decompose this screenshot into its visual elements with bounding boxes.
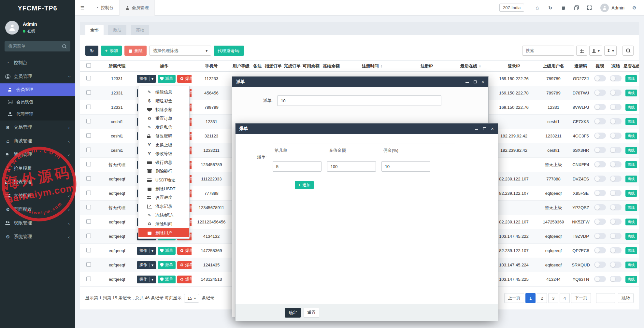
withdraw-toggle[interactable] [594,176,606,182]
avatar[interactable] [600,4,609,12]
advanced-search-button[interactable] [623,46,634,56]
row-burst-button[interactable]: 爆单 [177,276,192,283]
dropdown-item[interactable]: 扣除余额 [138,105,189,114]
column-header[interactable]: 注册时间 [342,61,402,72]
dropdown-item[interactable]: 清除时间 [138,220,189,228]
row-checkbox[interactable] [86,248,91,252]
sidebar-item-page-config[interactable]: 页面配置‹ [0,203,75,216]
dispatch-count-input[interactable] [277,95,441,106]
withdraw-toggle[interactable] [594,90,606,96]
row-burst-button[interactable]: 爆单 [177,75,192,83]
freeze-toggle[interactable] [610,204,622,210]
withdraw-toggle[interactable] [594,190,606,196]
column-header[interactable]: 所属代理 [97,61,137,72]
burst-commission-input[interactable] [381,161,430,172]
export-button[interactable] [604,46,617,56]
column-header[interactable]: 邀请码 [569,61,592,72]
toggle-view-button[interactable] [576,46,587,56]
sidebar-item-payment-config[interactable]: 支付配置‹ [0,189,75,203]
sidebar-item-permission[interactable]: 权限管理‹ [0,216,75,230]
line-select-badge[interactable]: 207-India [499,4,524,12]
agent-invite-code-button[interactable]: 代理邀请码: [214,46,244,56]
home-icon[interactable] [531,5,544,10]
dropdown-item[interactable]: 银行信息 [138,158,189,167]
freeze-toggle[interactable] [610,133,622,139]
row-checkbox[interactable] [86,148,91,152]
freeze-toggle[interactable] [610,233,622,239]
dropdown-item[interactable]: 更换上级 [138,140,189,149]
cogs-icon[interactable] [630,6,639,10]
expand-icon[interactable] [583,6,596,10]
row-op-button[interactable]: 操作 [137,247,156,255]
burst-recharge-input[interactable] [327,161,376,172]
column-header[interactable]: 手机号 [192,61,231,72]
column-header[interactable]: 上级用户名 [537,61,569,72]
column-header[interactable]: 冻结余额 [321,61,342,72]
hamburger-icon[interactable] [75,0,90,16]
column-header[interactable]: 操作 [137,61,192,72]
append-row-button[interactable]: 追加 [295,181,314,189]
dropdown-item[interactable]: 流水记录 [138,202,189,211]
sidebar-search-input[interactable]: 搜索菜单 [5,41,70,51]
dropdown-item[interactable]: 赠送彩金 [138,96,189,105]
jump-button[interactable]: 跳转 [618,293,634,303]
navbar-tab-dashboard[interactable]: 控制台 [90,0,119,16]
page-button[interactable]: 3 [548,293,558,303]
dropdown-item[interactable]: 删除用户 [138,228,189,237]
sort-icon[interactable] [479,64,481,68]
row-dispatch-button[interactable]: 派单 [158,276,176,283]
withdraw-toggle[interactable] [594,262,606,268]
row-checkbox[interactable] [86,191,91,195]
filter-tab[interactable]: 激活 [108,25,126,35]
row-checkbox[interactable] [86,234,91,238]
row-checkbox[interactable] [86,90,91,95]
row-checkbox[interactable] [86,119,91,123]
freeze-toggle[interactable] [610,190,622,196]
sidebar-item-order-template[interactable]: 抢单模板 [0,162,75,175]
row-dispatch-button[interactable]: 派单 [158,261,176,269]
row-burst-button[interactable]: 爆单 [177,247,192,255]
column-header[interactable]: 登录IP [490,61,537,72]
dropdown-item[interactable]: 冻结/解冻 [138,211,189,220]
dropdown-item[interactable]: USDT地址 [138,176,189,184]
freeze-toggle[interactable] [610,276,622,282]
close-icon[interactable] [491,127,494,131]
column-header[interactable]: 注册IP [402,61,451,72]
column-header[interactable]: 指派订单 [264,61,283,72]
row-checkbox[interactable] [86,219,91,224]
navbar-tab-members[interactable]: 会员管理 [119,0,155,16]
sort-icon[interactable] [380,64,383,68]
column-header[interactable]: 备注 [251,61,264,72]
reset-button[interactable]: 重置 [304,308,319,318]
column-header[interactable]: 提现 [592,61,608,72]
prev-page-button[interactable]: 上一页 [504,293,524,303]
search-input[interactable] [522,46,574,56]
withdraw-toggle[interactable] [594,219,606,225]
burst-order-no-input[interactable] [273,161,322,172]
sidebar-item-trade[interactable]: 交易管理‹ [0,121,75,134]
dropdown-item[interactable]: 重置订单 [138,114,189,123]
row-dispatch-button[interactable]: 派单 [158,247,176,255]
dropdown-item[interactable]: 删除USDT [138,184,189,193]
withdraw-toggle[interactable] [594,233,606,239]
row-op-button[interactable]: 操作 [137,261,156,269]
freeze-toggle[interactable] [610,176,622,182]
row-burst-button[interactable]: 爆单 [177,261,192,269]
copy-icon[interactable] [570,6,583,10]
freeze-toggle[interactable] [610,219,622,225]
column-header[interactable]: 最后在线 [451,61,490,72]
page-button[interactable]: 2 [537,293,547,303]
dropdown-item[interactable]: 设置进度 [138,193,189,202]
freeze-toggle[interactable] [610,104,622,110]
sidebar-item-report[interactable]: 报表管理 [0,175,75,189]
withdraw-toggle[interactable] [594,118,606,124]
withdraw-toggle[interactable] [594,133,606,139]
next-page-button[interactable]: 下一页 [571,293,591,303]
column-header[interactable]: 是否在线 [623,61,639,72]
sidebar-item-members-group[interactable]: 会员管理‹ [0,70,75,83]
sidebar-item-agent-management[interactable]: 代理管理 [0,108,75,121]
withdraw-toggle[interactable] [594,104,606,110]
freeze-toggle[interactable] [610,247,622,253]
sidebar-item-system[interactable]: 系统管理‹ [0,230,75,244]
maximize-icon[interactable] [474,80,477,83]
